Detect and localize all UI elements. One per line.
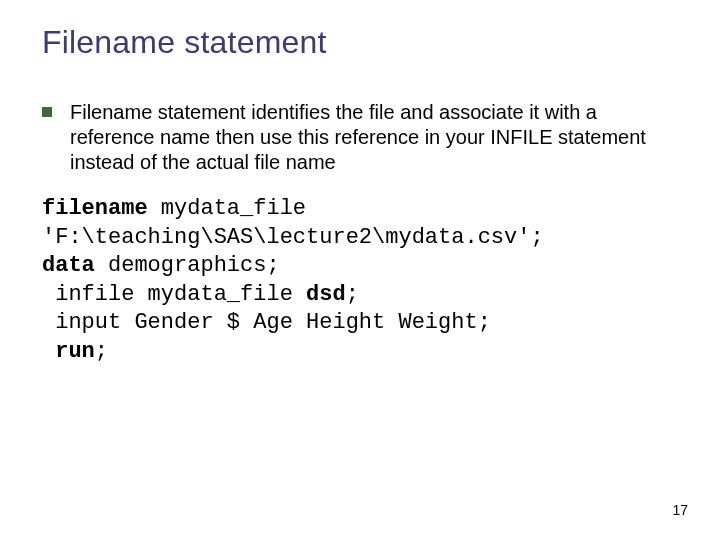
slide-title: Filename statement	[42, 24, 327, 61]
code-keyword-data: data	[42, 253, 95, 278]
code-text: 'F:\teaching\SAS\lecture2\mydata.csv';	[42, 225, 544, 250]
bullet-text: Filename statement identifies the file a…	[70, 100, 678, 175]
square-bullet-icon	[42, 107, 52, 117]
code-text: ;	[346, 282, 359, 307]
code-text: infile mydata_file	[42, 282, 306, 307]
code-keyword-filename: filename	[42, 196, 148, 221]
code-text: demographics;	[95, 253, 280, 278]
code-text: input Gender $ Age Height Weight;	[42, 310, 491, 335]
code-keyword-dsd: dsd	[306, 282, 346, 307]
code-keyword-run: run	[42, 339, 95, 364]
slide-body: Filename statement identifies the file a…	[42, 100, 678, 367]
slide: Filename statement Filename statement id…	[0, 0, 720, 540]
code-text: ;	[95, 339, 108, 364]
page-number: 17	[672, 502, 688, 518]
bullet-item: Filename statement identifies the file a…	[42, 100, 678, 175]
code-block: filename mydata_file 'F:\teaching\SAS\le…	[42, 195, 678, 367]
code-text: mydata_file	[148, 196, 306, 221]
